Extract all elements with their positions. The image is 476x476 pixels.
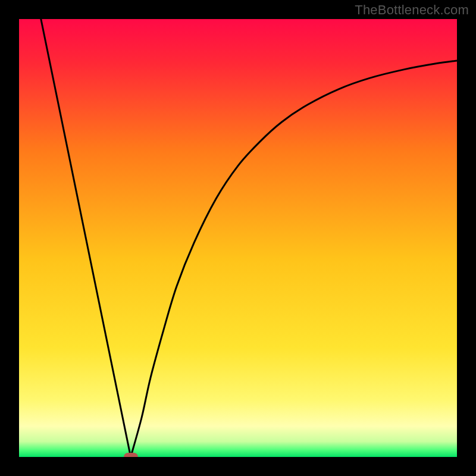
watermark-text: TheBottleneck.com [355, 2, 469, 18]
curve-right-path [131, 61, 457, 457]
chart-curve-svg [19, 19, 457, 457]
chart-frame: TheBottleneck.com [0, 0, 476, 476]
chart-plot-area [19, 19, 457, 457]
curve-left-path [41, 19, 131, 457]
minimum-marker [124, 453, 138, 457]
